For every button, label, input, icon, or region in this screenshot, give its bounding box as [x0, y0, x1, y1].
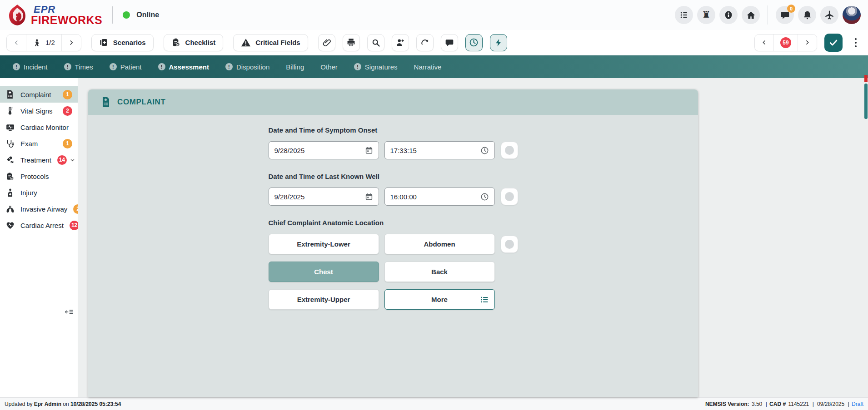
- warning-icon: !: [13, 63, 20, 70]
- section-tabs: !Incident !Times !Patient !Assessment !D…: [0, 55, 868, 78]
- chevron-left-icon: [13, 40, 20, 46]
- last-known-well-time-input[interactable]: [390, 193, 477, 201]
- tab-billing[interactable]: Billing: [286, 63, 304, 71]
- flight-mode-button[interactable]: [820, 6, 838, 24]
- time-mode-button[interactable]: [465, 34, 483, 51]
- notifications-button[interactable]: [798, 6, 816, 24]
- more-menu-button[interactable]: [850, 34, 862, 52]
- scenarios-button[interactable]: Scenarios: [91, 34, 154, 51]
- clock-icon[interactable]: [480, 146, 489, 155]
- next-record-button[interactable]: [61, 35, 81, 51]
- symptom-onset-date-field: [269, 141, 379, 159]
- check-icon: [828, 38, 838, 48]
- sidebar-item-complaint[interactable]: Complaint 1: [0, 86, 78, 103]
- draft-status-link[interactable]: Draft: [852, 401, 863, 407]
- last-known-well-date-input[interactable]: [274, 193, 361, 201]
- list-button[interactable]: [675, 6, 693, 24]
- sidebar-item-vital-signs[interactable]: Vital Signs 2: [0, 103, 78, 119]
- clock-icon[interactable]: [480, 193, 489, 201]
- critical-fields-label: Critical Fields: [255, 39, 300, 46]
- print-button[interactable]: [343, 34, 360, 51]
- checklist-button[interactable]: Checklist: [164, 34, 224, 51]
- next-error-button[interactable]: [798, 35, 817, 51]
- kebab-icon: [855, 38, 857, 40]
- warning-icon: !: [225, 63, 233, 70]
- item-badge: 1: [63, 90, 72, 99]
- lungs-icon: [5, 205, 15, 213]
- symptom-onset-time-input[interactable]: [390, 147, 477, 154]
- scrollbar-track[interactable]: [864, 78, 868, 397]
- record-pager: 1/2: [6, 34, 81, 51]
- toggle-dot-icon: [505, 240, 514, 249]
- location-option-chest-selected[interactable]: Chest: [269, 262, 379, 282]
- topbar-icons-divider: [768, 5, 768, 25]
- brand-logo: EPR FIREWORKS: [7, 4, 102, 26]
- calendar-icon[interactable]: [365, 193, 373, 201]
- last-known-well-na-toggle[interactable]: [501, 188, 518, 205]
- user-avatar[interactable]: [843, 6, 861, 24]
- tab-narrative[interactable]: Narrative: [414, 63, 442, 71]
- symptom-onset-na-toggle[interactable]: [501, 142, 518, 159]
- chevron-left-icon: [761, 40, 767, 45]
- sync-button[interactable]: [416, 34, 434, 51]
- sidebar-item-treatment[interactable]: Treatment 14: [0, 152, 78, 168]
- tab-disposition[interactable]: !Disposition: [225, 63, 269, 71]
- record-toolbar: 1/2 Scenarios Checklist Critical Fields: [0, 30, 868, 55]
- tab-patient[interactable]: !Patient: [110, 63, 142, 71]
- record-pager-value[interactable]: 1/2: [26, 35, 61, 51]
- topbar-divider: [112, 6, 113, 24]
- sidebar-item-cardiac-monitor[interactable]: Cardiac Monitor: [0, 119, 78, 135]
- sidebar-item-cardiac-arrest[interactable]: Cardiac Arrest 12: [0, 217, 78, 233]
- location-option-back[interactable]: Back: [384, 262, 495, 282]
- comments-button[interactable]: [441, 34, 458, 51]
- anatomic-location-label: Chief Complaint Anatomic Location: [269, 219, 518, 227]
- calendar-icon[interactable]: [365, 146, 373, 154]
- sidebar-item-invasive-airway[interactable]: Invasive Airway 2: [0, 201, 78, 217]
- tab-signatures[interactable]: !Signatures: [354, 63, 398, 71]
- chat-button[interactable]: 0: [776, 6, 794, 24]
- scenarios-label: Scenarios: [113, 39, 146, 46]
- toggle-dot-icon: [505, 146, 514, 155]
- location-option-extremity-upper[interactable]: Extremity-Upper: [269, 289, 379, 310]
- tab-assessment[interactable]: !Assessment: [158, 63, 209, 71]
- quick-actions-button[interactable]: [490, 34, 507, 51]
- critical-fields-button[interactable]: Critical Fields: [233, 34, 308, 51]
- anatomic-na-toggle[interactable]: [501, 236, 518, 253]
- sidebar-item-exam[interactable]: Exam 1: [0, 135, 78, 152]
- add-person-button[interactable]: [392, 34, 409, 51]
- location-option-abdomen[interactable]: Abdomen: [384, 234, 495, 254]
- tab-other[interactable]: Other: [320, 63, 338, 71]
- print-icon: [346, 38, 356, 47]
- error-count-button[interactable]: 59: [773, 35, 798, 51]
- complaint-section-icon: [101, 97, 111, 108]
- tab-times[interactable]: !Times: [64, 63, 93, 71]
- tab-incident[interactable]: !Incident: [13, 63, 48, 71]
- prev-record-button[interactable]: [7, 35, 26, 51]
- sidebar-item-injury[interactable]: Injury: [0, 184, 78, 201]
- rook-icon: ♜: [702, 10, 711, 20]
- info-icon: [723, 10, 733, 20]
- online-label: Online: [136, 11, 159, 19]
- location-option-extremity-lower[interactable]: Extremity-Lower: [269, 234, 379, 254]
- sidebar-item-protocols[interactable]: Protocols: [0, 168, 78, 184]
- scrollbar-thumb[interactable]: [864, 84, 868, 119]
- save-confirm-button[interactable]: [824, 34, 843, 52]
- prev-error-button[interactable]: [755, 35, 773, 51]
- rook-button[interactable]: ♜: [697, 6, 715, 24]
- info-button[interactable]: [719, 6, 738, 24]
- warning-icon: !: [64, 63, 71, 70]
- home-button[interactable]: [742, 6, 760, 24]
- symptom-onset-time-field: [384, 141, 495, 159]
- list-icon: [679, 10, 688, 20]
- item-badge: 1: [63, 139, 72, 148]
- warning-icon: !: [158, 63, 165, 70]
- attachments-button[interactable]: [318, 34, 335, 51]
- bell-icon: [803, 10, 812, 20]
- record-meta: NEMSIS Version: 3.50 | CAD # 1145221 | 0…: [705, 401, 863, 407]
- collapse-sidebar-button[interactable]: [65, 309, 73, 316]
- anatomic-location-group: Chief Complaint Anatomic Location Extrem…: [269, 219, 518, 310]
- symptom-onset-date-input[interactable]: [274, 147, 361, 154]
- location-more-button[interactable]: More: [384, 289, 495, 310]
- search-button[interactable]: [367, 34, 384, 51]
- monitor-icon: [5, 123, 15, 131]
